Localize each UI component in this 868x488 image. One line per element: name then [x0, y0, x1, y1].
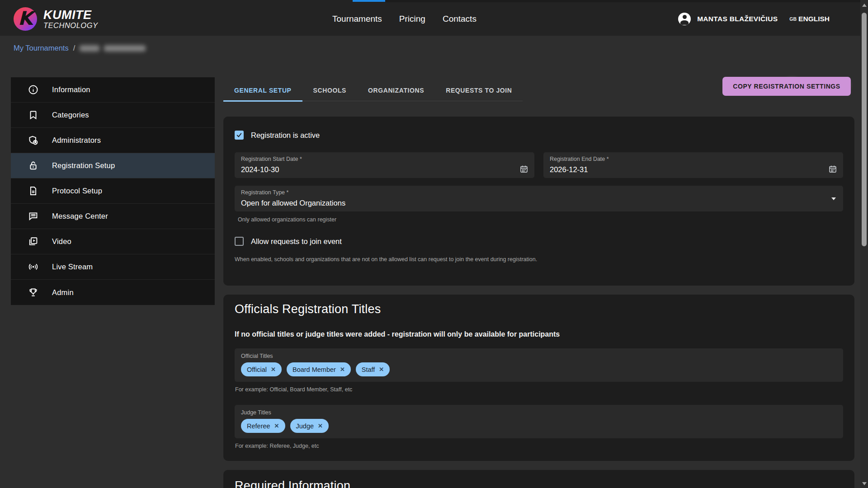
breadcrumb-row: My Tournaments /	[0, 36, 860, 62]
brand-name: KUMITE	[43, 9, 98, 21]
registration-type-helper: Only allowed organizations can register	[238, 216, 843, 223]
registration-end-date-field[interactable]: Registration End Date * 2026-12-31	[543, 152, 843, 178]
lock-icon	[28, 160, 38, 171]
chip-remove-icon[interactable]: ✕	[340, 366, 345, 373]
sidebar-item-video[interactable]: Video	[11, 229, 215, 254]
registration-tabs: GENERAL SETUP SCHOOLS ORGANIZATIONS REQU…	[223, 80, 523, 101]
officials-section-title: Officials Registration Titles	[235, 295, 843, 316]
breadcrumb-current-redacted	[80, 45, 99, 52]
officials-section-subtitle: If no official titles or judge titles we…	[235, 330, 843, 338]
officials-titles-card: Officials Registration Titles If no offi…	[223, 295, 854, 461]
window-top-blue-segment	[353, 0, 385, 2]
registration-start-date-field[interactable]: Registration Start Date * 2024-10-30	[235, 152, 534, 178]
allow-requests-checkbox[interactable]	[235, 237, 244, 246]
brand-subtitle: TECHNOLOGY	[43, 22, 98, 29]
tab-schools[interactable]: SCHOOLS	[302, 80, 357, 101]
scrollbar-thumb[interactable]	[862, 13, 867, 246]
page: K KUMITE TECHNOLOGY Tournaments Pricing …	[0, 0, 868, 488]
registration-active-label: Registration is active	[251, 131, 320, 140]
brand-logo[interactable]: K KUMITE TECHNOLOGY	[14, 7, 98, 31]
tab-general-setup[interactable]: GENERAL SETUP	[223, 80, 302, 101]
chip-board-member[interactable]: Board Member ✕	[287, 362, 351, 376]
main-nav: Tournaments Pricing Contacts	[332, 2, 476, 36]
user-menu[interactable]: MANTAS BLAŽEVIČIUS GB ENGLISH	[678, 2, 830, 36]
sidebar-item-administrators[interactable]: Administrators	[11, 128, 215, 153]
sidebar-item-protocol-setup[interactable]: Protocol Setup	[11, 178, 215, 204]
chip-remove-icon[interactable]: ✕	[271, 366, 276, 373]
bookmark-icon	[28, 110, 38, 121]
broadcast-icon	[28, 262, 38, 272]
breadcrumb: My Tournaments /	[14, 44, 146, 52]
start-date-value: 2024-10-30	[241, 165, 279, 174]
judge-titles-helper: For example: Referee, Judge, etc	[235, 443, 843, 449]
sidebar-item-admin[interactable]: Admin	[11, 280, 215, 305]
breadcrumb-current-redacted	[104, 45, 146, 52]
nav-contacts[interactable]: Contacts	[443, 14, 476, 24]
sidebar-item-live-stream[interactable]: Live Stream	[11, 254, 215, 280]
document-icon	[28, 186, 38, 197]
chip-remove-icon[interactable]: ✕	[318, 422, 323, 429]
language-label: ENGLISH	[798, 15, 830, 23]
scrollbar-down-arrow-icon[interactable]	[862, 482, 867, 485]
required-information-card: Required Information	[223, 470, 854, 488]
registration-active-checkbox[interactable]	[235, 131, 244, 140]
chip-remove-icon[interactable]: ✕	[379, 366, 384, 373]
tab-organizations[interactable]: ORGANIZATIONS	[357, 80, 435, 101]
sidebar: Information Categories Administrators Re…	[11, 77, 215, 305]
sidebar-item-registration-setup[interactable]: Registration Setup	[11, 153, 215, 178]
registration-type-label: Registration Type *	[241, 189, 288, 196]
allow-requests-helper: When enabled, schools and organizations …	[235, 256, 843, 263]
chip-staff[interactable]: Staff ✕	[356, 362, 390, 376]
chip-referee[interactable]: Referee ✕	[241, 419, 285, 433]
calendar-icon[interactable]	[520, 165, 528, 173]
breadcrumb-separator: /	[73, 44, 75, 52]
kumite-logo-icon: K	[14, 7, 37, 31]
nav-pricing[interactable]: Pricing	[399, 14, 425, 24]
video-icon	[28, 236, 38, 247]
language-selector[interactable]: GB ENGLISH	[789, 15, 830, 23]
shield-person-icon	[28, 135, 38, 146]
end-date-label: Registration End Date *	[550, 156, 609, 162]
nav-tournaments[interactable]: Tournaments	[332, 14, 382, 24]
general-setup-card: Registration is active Registration Star…	[223, 117, 854, 286]
official-titles-label: Official Titles	[241, 353, 837, 359]
scrollbar-up-arrow-icon[interactable]	[862, 4, 867, 7]
message-icon	[28, 211, 38, 222]
registration-type-value: Open for allowed Organizations	[241, 199, 345, 207]
chip-official[interactable]: Official ✕	[241, 362, 282, 376]
page-scrollbar[interactable]	[860, 0, 868, 488]
sidebar-item-categories[interactable]: Categories	[11, 103, 215, 128]
sidebar-item-information[interactable]: Information	[11, 77, 215, 103]
official-titles-helper: For example: Official, Board Member, Sta…	[235, 386, 843, 393]
info-icon	[28, 84, 38, 95]
judge-titles-label: Judge Titles	[241, 409, 837, 416]
allow-requests-label: Allow requests to join event	[251, 237, 342, 246]
judge-titles-field[interactable]: Judge Titles Referee ✕ Judge ✕	[235, 405, 843, 438]
user-name: MANTAS BLAŽEVIČIUS	[697, 15, 778, 23]
user-avatar-icon	[678, 13, 691, 25]
language-code: GB	[789, 16, 797, 22]
start-date-label: Registration Start Date *	[241, 156, 302, 162]
chevron-down-icon	[831, 197, 836, 200]
breadcrumb-my-tournaments[interactable]: My Tournaments	[14, 44, 69, 52]
trophy-icon	[28, 287, 38, 298]
official-titles-field[interactable]: Official Titles Official ✕ Board Member …	[235, 348, 843, 382]
sidebar-item-message-center[interactable]: Message Center	[11, 204, 215, 229]
chip-remove-icon[interactable]: ✕	[274, 422, 279, 429]
end-date-value: 2026-12-31	[550, 165, 588, 174]
tab-requests-to-join[interactable]: REQUESTS TO JOIN	[435, 80, 523, 101]
required-information-title: Required Information	[235, 470, 843, 488]
calendar-icon[interactable]	[829, 165, 837, 173]
copy-registration-settings-button[interactable]: COPY REGISTRATION SETTINGS	[722, 77, 851, 96]
registration-type-select[interactable]: Registration Type * Open for allowed Org…	[235, 186, 843, 211]
chip-judge[interactable]: Judge ✕	[290, 419, 329, 433]
app-header: K KUMITE TECHNOLOGY Tournaments Pricing …	[0, 2, 860, 36]
